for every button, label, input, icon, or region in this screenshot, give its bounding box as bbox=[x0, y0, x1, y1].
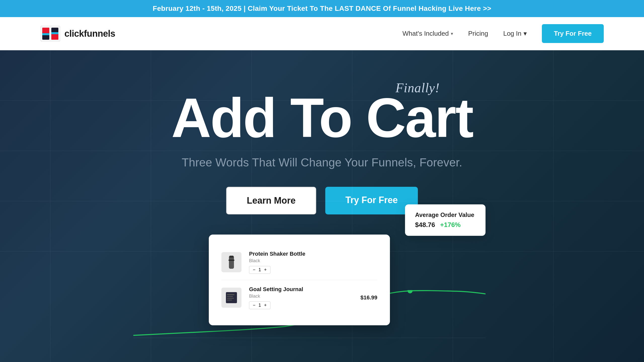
nav-login[interactable]: Log In ▾ bbox=[503, 30, 527, 37]
svg-rect-24 bbox=[227, 300, 232, 300]
logo[interactable]: clickfunnels bbox=[40, 26, 115, 42]
svg-rect-18 bbox=[229, 256, 233, 258]
cart-item-2-qty-value: 1 bbox=[259, 303, 261, 308]
hero-demo: Average Order Value $48.76 +176% Prote bbox=[209, 235, 435, 325]
svg-rect-5 bbox=[42, 33, 49, 35]
nav-pricing[interactable]: Pricing bbox=[468, 30, 488, 37]
cart-item-2-price: $16.99 bbox=[360, 294, 377, 301]
svg-rect-3 bbox=[42, 28, 49, 33]
svg-rect-21 bbox=[227, 294, 234, 295]
svg-point-26 bbox=[408, 290, 413, 293]
cart-item-1-qty-value: 1 bbox=[259, 267, 261, 273]
announcement-bar: February 12th - 15th, 2025 | Claim Your … bbox=[0, 0, 644, 17]
aov-tooltip: Average Order Value $48.76 +176% bbox=[405, 204, 486, 236]
logo-text: clickfunnels bbox=[64, 28, 115, 39]
cart-item-2-image bbox=[221, 288, 242, 308]
svg-rect-19 bbox=[228, 260, 234, 261]
cart-item-1: Protein Shaker Bottle Black − 1 + bbox=[221, 245, 377, 280]
nav-links: What's Included ▾ Pricing Log In ▾ Try F… bbox=[403, 24, 604, 43]
aov-label: Average Order Value bbox=[415, 211, 475, 218]
aov-amount: $48.76 bbox=[415, 221, 435, 229]
chevron-down-icon: ▾ bbox=[451, 31, 453, 36]
hero-title: Add To Cart bbox=[171, 90, 473, 146]
cart-item-2-name: Goal Setting Journal bbox=[249, 286, 360, 293]
svg-rect-23 bbox=[227, 298, 234, 299]
chevron-down-icon-login: ▾ bbox=[524, 30, 527, 37]
cart-item-2: Goal Setting Journal Black − 1 + $16.99 bbox=[221, 280, 377, 315]
announcement-link[interactable]: February 12th - 15th, 2025 | Claim Your … bbox=[153, 5, 491, 12]
svg-rect-4 bbox=[51, 34, 58, 40]
aov-change: +176% bbox=[440, 221, 461, 229]
cart-item-1-name: Protein Shaker Bottle bbox=[249, 251, 377, 257]
svg-rect-20 bbox=[226, 292, 237, 303]
learn-more-button[interactable]: Learn More bbox=[226, 187, 316, 214]
aov-values: $48.76 +176% bbox=[415, 221, 475, 229]
cart-item-2-details: Goal Setting Journal Black − 1 + bbox=[249, 286, 360, 309]
nav-try-free-button[interactable]: Try For Free bbox=[542, 24, 604, 43]
nav-whats-included[interactable]: What's Included ▾ bbox=[403, 30, 453, 37]
svg-rect-6 bbox=[51, 32, 58, 34]
cart-item-2-qty[interactable]: − 1 + bbox=[249, 301, 270, 309]
cart-item-1-qty[interactable]: − 1 + bbox=[249, 266, 270, 274]
cart-item-1-variant: Black bbox=[249, 258, 377, 263]
hero-section: Finally! Add To Cart Three Words That Wi… bbox=[0, 50, 644, 362]
svg-rect-22 bbox=[227, 296, 233, 297]
cart-widget: Protein Shaker Bottle Black − 1 + bbox=[209, 235, 390, 325]
hero-buttons: Learn More Try For Free bbox=[226, 187, 418, 214]
logo-icon bbox=[40, 26, 60, 42]
try-free-hero-button[interactable]: Try For Free bbox=[325, 187, 418, 214]
cart-item-1-details: Protein Shaker Bottle Black − 1 + bbox=[249, 251, 377, 274]
hero-subtitle: Three Words That Will Change Your Funnel… bbox=[182, 156, 462, 169]
cart-item-2-variant: Black bbox=[249, 294, 360, 299]
navbar: clickfunnels What's Included ▾ Pricing L… bbox=[0, 17, 644, 50]
cart-item-1-image bbox=[221, 252, 242, 272]
